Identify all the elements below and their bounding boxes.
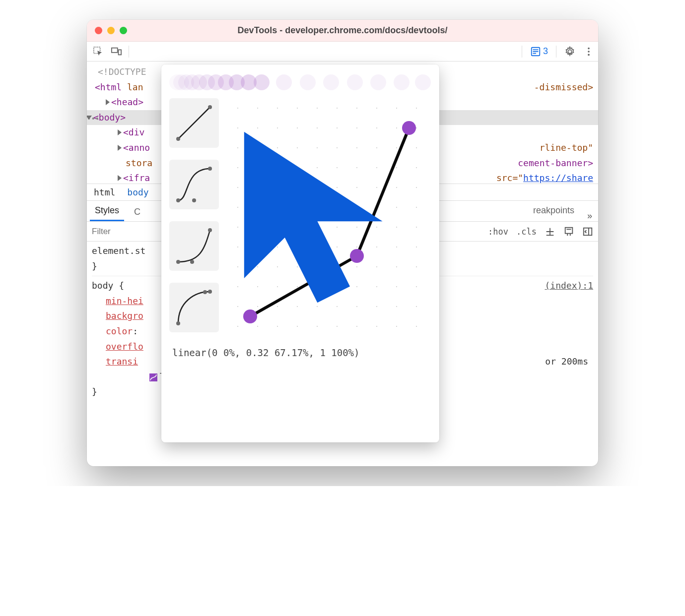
cls-toggle[interactable]: .cls — [516, 227, 537, 237]
easing-preview-track — [169, 71, 431, 93]
svg-point-19 — [176, 198, 180, 202]
svg-rect-4 — [533, 49, 538, 50]
svg-rect-1 — [112, 48, 118, 52]
css-prop-background[interactable]: backgro — [106, 310, 143, 321]
more-tabs-icon[interactable]: » — [584, 211, 595, 221]
device-toolbar-icon[interactable] — [111, 46, 122, 57]
svg-point-21 — [208, 167, 212, 171]
svg-rect-10 — [565, 227, 573, 233]
rule-source-link[interactable]: (index):1 — [545, 278, 593, 294]
preset-ease-in[interactable] — [169, 221, 219, 271]
attr-fragment: -dismissed> — [534, 80, 593, 95]
svg-point-9 — [588, 54, 590, 56]
svg-point-27 — [208, 290, 212, 294]
css-prop-overflow[interactable]: overflo — [106, 341, 143, 352]
css-prop-transition[interactable]: transi — [106, 356, 138, 367]
svg-point-22 — [176, 260, 180, 264]
inspect-element-icon[interactable] — [93, 46, 104, 57]
svg-rect-11 — [566, 229, 571, 230]
easing-readout: linear(0 0%, 0.32 67.17%, 1 100%) — [169, 347, 431, 358]
easing-swatch-icon[interactable] — [149, 373, 157, 381]
toolbar-separator — [129, 46, 129, 58]
toolbar-separator — [556, 46, 556, 58]
rule-selector[interactable]: body { — [92, 278, 124, 294]
svg-rect-6 — [533, 53, 536, 54]
css-value-fragment: or 200ms — [545, 354, 588, 370]
tab-breakpoints-fragment[interactable]: reakpoints — [528, 200, 579, 221]
tab-styles[interactable]: Styles — [90, 200, 124, 221]
url-fragment: https://share — [523, 173, 593, 183]
expand-icon[interactable] — [118, 175, 122, 181]
svg-rect-5 — [533, 51, 538, 52]
traffic-lights — [87, 27, 127, 34]
head-tag[interactable]: <head> — [111, 97, 143, 107]
hov-toggle[interactable]: :hov — [488, 227, 508, 237]
breadcrumb-body[interactable]: body — [127, 187, 148, 197]
expand-icon[interactable] — [106, 99, 110, 105]
div-tag[interactable]: <div — [123, 127, 144, 137]
doctype-node: <!DOCTYPE — [95, 66, 146, 77]
svg-line-16 — [178, 107, 210, 139]
easing-editor-popover: linear(0 0%, 0.32 67.17%, 1 100%) — [161, 64, 439, 442]
devtools-toolbar: 3 — [87, 42, 598, 62]
window-title: DevTools - developer.chrome.com/docs/dev… — [87, 25, 598, 36]
minimize-window-button[interactable] — [107, 27, 115, 34]
html-tag[interactable]: <html — [95, 82, 122, 92]
svg-point-17 — [176, 137, 180, 141]
closing-tag-fragment: cement-banner> — [518, 158, 593, 168]
svg-rect-2 — [119, 50, 122, 55]
preset-linear[interactable] — [169, 98, 219, 148]
maximize-window-button[interactable] — [120, 27, 127, 34]
issues-badge[interactable]: 3 — [530, 46, 548, 57]
kebab-menu-icon[interactable] — [583, 46, 594, 57]
svg-point-23 — [190, 260, 194, 264]
expand-icon[interactable] — [118, 129, 122, 135]
text-node: stora — [126, 158, 152, 168]
easing-presets-list — [169, 98, 219, 336]
svg-point-18 — [208, 105, 212, 109]
easing-curve-editor[interactable] — [228, 98, 431, 336]
collapse-icon[interactable] — [87, 116, 92, 120]
preset-ease-in-out[interactable] — [169, 160, 219, 209]
svg-point-7 — [588, 47, 590, 49]
panel-toggle-icon[interactable] — [582, 226, 593, 237]
gear-icon[interactable] — [564, 46, 575, 57]
computed-icon[interactable] — [563, 226, 574, 237]
devtools-window: DevTools - developer.chrome.com/docs/dev… — [87, 20, 598, 466]
css-prop-min-height[interactable]: min-hei — [106, 296, 143, 306]
attr-fragment: rline-top" — [540, 142, 593, 153]
cursor-pointer-icon — [228, 98, 431, 336]
expand-icon[interactable] — [118, 145, 122, 151]
issues-count: 3 — [543, 46, 548, 57]
svg-point-25 — [176, 321, 180, 325]
titlebar: DevTools - developer.chrome.com/docs/dev… — [87, 20, 598, 42]
iframe-tag[interactable]: <ifra — [123, 173, 150, 183]
toolbar-separator — [522, 46, 522, 58]
svg-point-8 — [588, 51, 590, 53]
element-tag[interactable]: <anno — [123, 142, 150, 153]
breadcrumb-html[interactable]: html — [94, 187, 115, 197]
new-rule-icon[interactable] — [545, 226, 555, 237]
css-prop-color[interactable]: color — [106, 326, 133, 336]
svg-point-20 — [192, 198, 196, 202]
svg-point-26 — [203, 290, 207, 294]
preset-ease-out[interactable] — [169, 283, 219, 332]
tab-truncated[interactable]: C — [129, 202, 145, 221]
svg-point-24 — [208, 228, 212, 232]
close-window-button[interactable] — [95, 27, 102, 34]
